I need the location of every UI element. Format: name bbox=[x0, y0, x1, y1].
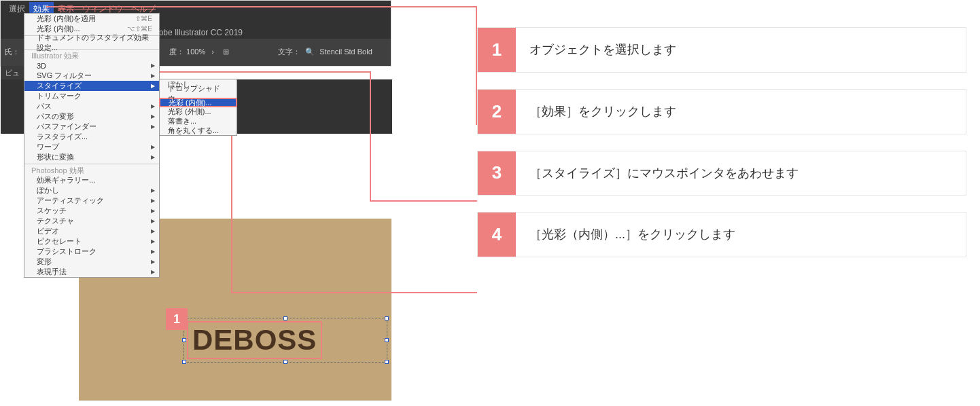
shortcut: ⌥⇧⌘E bbox=[127, 25, 152, 33]
zoom-value: 100% bbox=[186, 48, 205, 56]
menu-apply-inner-glow[interactable]: 光彩 (内側)を適用 ⇧⌘E bbox=[24, 14, 159, 24]
font-value: Stencil Std Bold bbox=[319, 48, 372, 56]
menu-stylize-ps[interactable]: 表現手法 bbox=[24, 267, 159, 277]
menu-raster-settings[interactable]: ドキュメントのラスタライズ効果設定... bbox=[24, 37, 159, 48]
steps-panel: 1 オブジェクトを選択します 2 ［効果］をクリックします 3 ［スタイライズ］… bbox=[477, 27, 966, 257]
submenu-round-corners[interactable]: 角を丸くする... bbox=[160, 126, 237, 135]
shortcut: ⇧⌘E bbox=[135, 15, 152, 22]
handle-icon[interactable] bbox=[283, 360, 287, 364]
step-number: 3 bbox=[478, 151, 516, 196]
left-label: 氏： bbox=[5, 47, 20, 57]
app-title: Adobe Illustrator CC 2019 bbox=[149, 28, 243, 37]
separator bbox=[24, 164, 159, 164]
text-box: DEBOSS bbox=[187, 321, 322, 359]
handle-icon[interactable] bbox=[385, 338, 389, 342]
menu-video[interactable]: ビデオ bbox=[24, 226, 159, 236]
menu-path[interactable]: パス bbox=[24, 101, 159, 111]
submenu-scribble[interactable]: 落書き... bbox=[160, 116, 237, 126]
step-3: 3 ［スタイライズ］にマウスポインタをあわせます bbox=[477, 151, 966, 196]
grid-icon[interactable]: ⊞ bbox=[223, 48, 229, 56]
connector-line bbox=[370, 200, 477, 202]
effects-dropdown: 光彩 (内側)を適用 ⇧⌘E 光彩 (内側)... ⌥⇧⌘E ドキュメントのラス… bbox=[24, 13, 160, 278]
side-tab[interactable]: ビュー) bbox=[1, 66, 25, 79]
deboss-text: DEBOSS bbox=[192, 324, 317, 356]
connector-line bbox=[231, 109, 232, 293]
step-4: 4 ［光彩（内側）...］をクリックします bbox=[477, 212, 966, 257]
step-2: 2 ［効果］をクリックします bbox=[477, 89, 966, 134]
menu-effect-gallery[interactable]: 効果ギャラリー... bbox=[24, 175, 159, 185]
menu-rasterize[interactable]: ラスタライズ... bbox=[24, 132, 159, 142]
callout-badge-1: 1 bbox=[166, 308, 188, 330]
handle-icon[interactable] bbox=[182, 338, 186, 342]
menu-brush-stroke[interactable]: ブラシストローク bbox=[24, 246, 159, 257]
chevron-down-icon[interactable]: › bbox=[211, 48, 214, 56]
zoom-field[interactable]: 度： 100% › ⊞ bbox=[169, 47, 229, 57]
menu-pathfinder[interactable]: パスファインダー bbox=[24, 122, 159, 132]
step-text: ［光彩（内側）...］をクリックします bbox=[516, 213, 966, 257]
submenu-outer-glow[interactable]: 光彩 (外側)... bbox=[160, 107, 237, 116]
menu-3d[interactable]: 3D bbox=[24, 60, 159, 71]
menu-texture[interactable]: テクスチャ bbox=[24, 216, 159, 226]
group-photoshop-effects: Photoshop 効果 bbox=[24, 166, 159, 175]
stylize-submenu: ぼかし... ドロップシャドウ... 光彩 (内側)... 光彩 (外側)...… bbox=[159, 79, 237, 136]
menu-sketch[interactable]: スケッチ bbox=[24, 206, 159, 216]
connector-line bbox=[370, 71, 371, 202]
menu-distort-ps[interactable]: 変形 bbox=[24, 257, 159, 267]
step-text: ［効果］をクリックします bbox=[516, 90, 966, 134]
menu-artistic[interactable]: アーティスティック bbox=[24, 196, 159, 206]
menu-pixelate[interactable]: ピクセレート bbox=[24, 236, 159, 246]
menu-path-distort[interactable]: パスの変形 bbox=[24, 111, 159, 122]
menu-trim-marks[interactable]: トリムマーク bbox=[24, 91, 159, 101]
menu-warp[interactable]: ワープ bbox=[24, 142, 159, 152]
connector-line bbox=[46, 6, 477, 7]
menu-stylize[interactable]: スタイライズ bbox=[24, 81, 159, 91]
handle-icon[interactable] bbox=[182, 360, 186, 364]
illustrator-window: 選択 効果 表示 ウィンドウ ヘルプ Adobe Illustrator CC … bbox=[0, 0, 391, 67]
menu-convert-shape[interactable]: 形状に変換 bbox=[24, 152, 159, 162]
menu-blur[interactable]: ぼかし bbox=[24, 185, 159, 196]
step-text: オブジェクトを選択します bbox=[516, 28, 966, 72]
connector-line bbox=[231, 292, 477, 293]
font-label: 文字： bbox=[278, 48, 300, 56]
menu-svg-filter[interactable]: SVG フィルター bbox=[24, 71, 159, 81]
label: 光彩 (内側)を適用 bbox=[37, 14, 96, 24]
zoom-label: 度： bbox=[169, 48, 184, 56]
connector-line bbox=[476, 6, 477, 125]
handle-icon[interactable] bbox=[385, 360, 389, 364]
step-text: ［スタイライズ］にマウスポインタをあわせます bbox=[516, 151, 966, 196]
selected-text-object[interactable]: DEBOSS bbox=[183, 318, 387, 363]
step-number: 1 bbox=[478, 28, 516, 72]
step-1: 1 オブジェクトを選択します bbox=[477, 27, 966, 73]
font-field[interactable]: 文字： 🔍 Stencil Std Bold bbox=[278, 47, 372, 57]
search-icon: 🔍 bbox=[305, 48, 315, 56]
connector-line bbox=[135, 71, 371, 73]
step-number: 2 bbox=[478, 90, 516, 134]
handle-icon[interactable] bbox=[283, 316, 287, 320]
handle-icon[interactable] bbox=[385, 316, 389, 320]
step-number: 4 bbox=[478, 213, 516, 257]
